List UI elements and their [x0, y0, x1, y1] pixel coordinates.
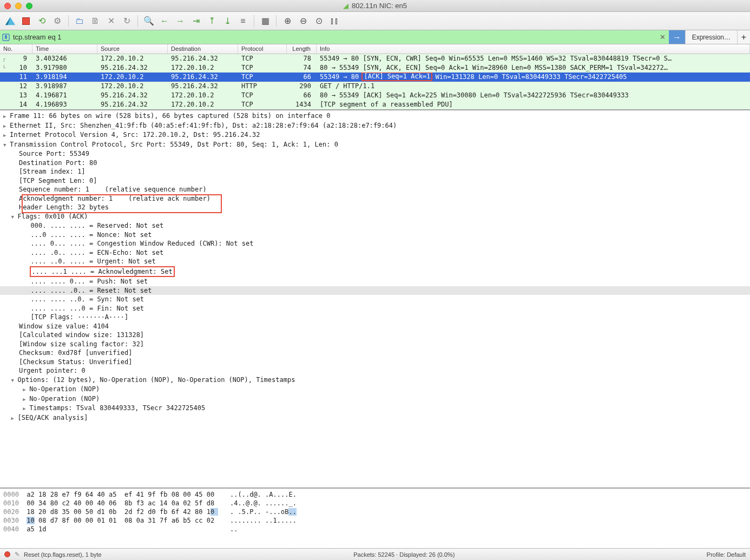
packet-row[interactable]: 144.19689395.216.24.32172.20.10.2TCP1434…: [0, 100, 750, 109]
go-forward-button[interactable]: →: [173, 14, 187, 28]
detail-flag-urgent[interactable]: .... ..0. .... = Urgent: Not set: [0, 257, 750, 266]
detail-flag-nonce[interactable]: ...0 .... .... = Nonce: Not set: [0, 230, 750, 240]
capture-file-properties-icon[interactable]: ✎: [15, 551, 19, 558]
col-header-info[interactable]: Info: [317, 44, 750, 54]
col-header-no[interactable]: No.: [0, 44, 32, 54]
status-profile[interactable]: Profile: Default: [707, 551, 746, 558]
window-close-button[interactable]: [4, 3, 11, 9]
packet-row[interactable]: 113.918194172.20.10.295.216.24.32TCP6655…: [0, 73, 750, 82]
detail-nop1[interactable]: No-Operation (NOP): [0, 385, 750, 394]
hex-line[interactable]: 0030 10 08 d7 8f 00 00 01 01 08 0a 31 7f…: [3, 516, 747, 525]
packet-row[interactable]: ┌93.403246172.20.10.295.216.24.32TCP7855…: [0, 54, 750, 63]
save-file-button[interactable]: 🗎: [88, 14, 102, 28]
go-to-last-button[interactable]: ⤓: [220, 14, 234, 28]
capture-options-button[interactable]: ⚙: [50, 14, 64, 28]
status-bar: ✎ Reset (tcp.flags.reset), 1 byte Packet…: [0, 548, 750, 560]
go-to-packet-button[interactable]: ⇥: [189, 14, 203, 28]
packet-list-body[interactable]: ┌93.403246172.20.10.295.216.24.32TCP7855…: [0, 54, 750, 109]
packet-row[interactable]: 134.19687195.216.24.32172.20.10.2TCP6680…: [0, 91, 750, 100]
zoom-in-button[interactable]: ⊕: [280, 14, 294, 28]
detail-flag-reset[interactable]: .... .... .0.. = Reset: Not set: [0, 286, 750, 295]
zoom-reset-button[interactable]: ⊙: [312, 14, 326, 28]
titlebar: ◢ 802.11n NIC: en5: [0, 0, 750, 12]
detail-flag-string[interactable]: [TCP Flags: ·······A····]: [0, 313, 750, 322]
packet-details-pane[interactable]: Frame 11: 66 bytes on wire (528 bits), 6…: [0, 110, 750, 489]
detail-ack-number[interactable]: Acknowledgment number: 1 (relative ack n…: [0, 194, 750, 203]
open-file-button[interactable]: 🗀: [73, 14, 87, 28]
packet-list-pane: No. Time Source Destination Protocol Len…: [0, 44, 750, 110]
stop-capture-button[interactable]: [19, 14, 33, 28]
filter-add-button[interactable]: +: [737, 30, 750, 44]
find-packet-button[interactable]: 🔍: [142, 14, 156, 28]
go-to-first-button[interactable]: ⤒: [205, 14, 219, 28]
detail-options[interactable]: Options: (12 bytes), No-Operation (NOP),…: [0, 375, 750, 385]
filter-apply-button[interactable]: →: [669, 30, 685, 44]
hex-line[interactable]: 0010 00 34 80 c2 40 00 40 06 8b f3 ac 14…: [3, 499, 747, 508]
detail-checksum-status[interactable]: [Checksum Status: Unverified]: [0, 358, 750, 367]
filter-expression-button[interactable]: Expression…: [685, 30, 737, 44]
detail-flag-ece[interactable]: .... .0.. .... = ECN-Echo: Not set: [0, 248, 750, 258]
detail-seq-ack-analysis[interactable]: [SEQ/ACK analysis]: [0, 413, 750, 423]
detail-flag-syn[interactable]: .... .... ..0. = Syn: Not set: [0, 295, 750, 304]
col-header-time[interactable]: Time: [32, 44, 97, 54]
zoom-out-button[interactable]: ⊖: [296, 14, 310, 28]
detail-window-size-calc[interactable]: [Calculated window size: 131328]: [0, 331, 750, 340]
col-header-destination[interactable]: Destination: [168, 44, 238, 54]
detail-flag-ack[interactable]: .... ...1 .... = Acknowledgment: Set: [0, 266, 750, 278]
detail-flags[interactable]: Flags: 0x010 (ACK): [0, 212, 750, 222]
red-highlight-box-ack: .... ...1 .... = Acknowledgment: Set: [30, 266, 175, 278]
detail-seg-len[interactable]: [TCP Segment Len: 0]: [0, 176, 750, 186]
detail-flag-cwr[interactable]: .... 0... .... = Congestion Window Reduc…: [0, 239, 750, 248]
window-maximize-button[interactable]: [26, 3, 32, 9]
window-minimize-button[interactable]: [15, 3, 22, 9]
detail-flag-reserved[interactable]: 000. .... .... = Reserved: Not set: [0, 221, 750, 230]
red-highlight-box-info: [ACK] Seq=1 Ack=1: [361, 73, 432, 81]
detail-flag-push[interactable]: .... .... 0... = Push: Not set: [0, 277, 750, 286]
colorize-button[interactable]: ▦: [258, 14, 272, 28]
window-title: ◢ 802.11n NIC: en5: [343, 2, 407, 10]
display-filter-input[interactable]: [0, 30, 657, 44]
resize-columns-button[interactable]: ⫿⫿: [327, 14, 341, 28]
restart-capture-button[interactable]: ⟲: [35, 14, 49, 28]
close-file-button[interactable]: ✕: [104, 14, 118, 28]
detail-stream-index[interactable]: [Stream index: 1]: [0, 167, 750, 176]
detail-window-size[interactable]: Window size value: 4104: [0, 322, 750, 331]
detail-nop2[interactable]: No-Operation (NOP): [0, 394, 750, 404]
filter-clear-button[interactable]: ✕: [657, 30, 669, 44]
detail-ethernet[interactable]: Ethernet II, Src: Shenzhen_41:9f:fb (40:…: [0, 121, 750, 131]
hex-dump-pane[interactable]: 0000 a2 18 28 e7 f9 64 40 a5 ef 41 9f fb…: [0, 489, 750, 548]
detail-flag-fin[interactable]: .... .... ...0 = Fin: Not set: [0, 304, 750, 313]
wifi-icon: ◢: [343, 2, 348, 10]
wireshark-logo-icon[interactable]: [3, 14, 17, 28]
detail-src-port[interactable]: Source Port: 55349: [0, 149, 750, 159]
status-field-text: Reset (tcp.flags.reset), 1 byte: [24, 551, 102, 558]
col-header-source[interactable]: Source: [97, 44, 168, 54]
packet-row[interactable]: 123.918987172.20.10.295.216.24.32HTTP290…: [0, 82, 750, 91]
go-back-button[interactable]: ←: [157, 14, 172, 28]
hex-line[interactable]: 0040 a5 1d ..: [3, 525, 747, 533]
reload-button[interactable]: ↻: [120, 14, 134, 28]
main-toolbar: ⟲ ⚙ 🗀 🗎 ✕ ↻ 🔍 ← → ⇥ ⤒ ⤓ ≡ ▦ ⊕ ⊖ ⊙ ⫿⫿: [0, 12, 750, 30]
packet-row[interactable]: └103.91798095.216.24.32172.20.10.2TCP748…: [0, 63, 750, 73]
status-packet-counts: Packets: 52245 · Displayed: 26 (0.0%): [353, 551, 455, 558]
packet-list-header[interactable]: No. Time Source Destination Protocol Len…: [0, 44, 750, 54]
detail-seq-number[interactable]: Sequence number: 1 (relative sequence nu…: [0, 185, 750, 194]
detail-urgent-pointer[interactable]: Urgent pointer: 0: [0, 366, 750, 375]
col-header-length[interactable]: Length: [287, 44, 317, 54]
detail-dst-port[interactable]: Destination Port: 80: [0, 159, 750, 168]
expert-info-icon[interactable]: [4, 551, 10, 557]
detail-timestamps[interactable]: Timestamps: TSval 830449333, TSecr 34227…: [0, 404, 750, 413]
detail-checksum[interactable]: Checksum: 0xd78f [unverified]: [0, 348, 750, 358]
detail-frame[interactable]: Frame 11: 66 bytes on wire (528 bits), 6…: [0, 111, 750, 121]
detail-tcp[interactable]: Transmission Control Protocol, Src Port:…: [0, 140, 750, 150]
hex-line[interactable]: 0020 18 20 d8 35 00 50 d1 0b 2d f2 d0 fb…: [3, 508, 747, 516]
display-filter-bar: ✕ → Expression… +: [0, 30, 750, 44]
detail-ip[interactable]: Internet Protocol Version 4, Src: 172.20…: [0, 130, 750, 140]
detail-header-length[interactable]: Header Length: 32 bytes: [0, 203, 750, 212]
auto-scroll-button[interactable]: ≡: [236, 14, 250, 28]
col-header-protocol[interactable]: Protocol: [238, 44, 287, 54]
detail-window-size-sf[interactable]: [Window size scaling factor: 32]: [0, 340, 750, 349]
filter-bookmark-icon[interactable]: [2, 34, 10, 41]
hex-line[interactable]: 0000 a2 18 28 e7 f9 64 40 a5 ef 41 9f fb…: [3, 490, 747, 499]
